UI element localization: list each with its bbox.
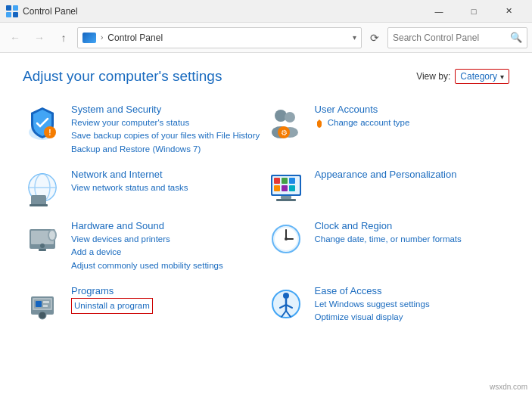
hardware-text: Hardware and Sound View devices and prin… xyxy=(71,219,266,272)
hardware-icon xyxy=(23,219,62,259)
category-hardware: Hardware and Sound View devices and prin… xyxy=(23,216,266,275)
main-content: Adjust your computer's settings View by:… xyxy=(0,53,532,394)
clock-icon xyxy=(266,219,306,259)
system-security-text: System and Security Review your computer… xyxy=(71,103,266,156)
appearance-icon xyxy=(266,168,306,207)
system-security-title[interactable]: System and Security xyxy=(71,103,266,116)
appearance-title[interactable]: Appearance and Personalization xyxy=(315,168,510,181)
system-security-link-2[interactable]: Save backup copies of your files with Fi… xyxy=(71,129,266,142)
category-label: Category xyxy=(460,71,497,82)
minimize-button[interactable]: — xyxy=(422,0,456,23)
svg-rect-25 xyxy=(282,185,288,191)
category-user-accounts: ⚙ User Accounts Change account type xyxy=(266,100,510,159)
svg-rect-1 xyxy=(13,5,18,11)
category-ease: Ease of Access Let Windows suggest setti… xyxy=(266,281,510,327)
ease-link-2[interactable]: Optimize visual display xyxy=(315,311,510,324)
svg-rect-32 xyxy=(39,249,46,251)
svg-rect-2 xyxy=(6,12,11,17)
close-button[interactable]: ✕ xyxy=(491,0,526,23)
user-accounts-title[interactable]: User Accounts xyxy=(315,103,510,116)
hardware-link-1[interactable]: View devices and printers xyxy=(71,233,266,246)
category-programs: Programs Uninstall a program xyxy=(23,281,266,327)
system-security-link-1[interactable]: Review your computer's status xyxy=(71,116,266,129)
svg-point-9 xyxy=(285,112,295,123)
content-header: Adjust your computer's settings View by:… xyxy=(23,68,509,85)
refresh-button[interactable]: ⟳ xyxy=(365,28,384,48)
ease-link-1[interactable]: Let Windows suggest settings xyxy=(315,298,510,311)
hardware-link-2[interactable]: Add a device xyxy=(71,246,266,259)
svg-rect-17 xyxy=(31,195,46,206)
ease-title[interactable]: Ease of Access xyxy=(315,284,510,298)
user-accounts-icon: ⚙ xyxy=(266,103,306,142)
svg-rect-21 xyxy=(274,178,280,184)
category-dropdown[interactable]: Category ▾ xyxy=(455,69,509,84)
view-by-control: View by: Category ▾ xyxy=(416,69,509,84)
system-security-icon: ! xyxy=(23,103,62,142)
svg-rect-27 xyxy=(281,196,291,199)
svg-rect-26 xyxy=(289,185,295,191)
user-accounts-text: User Accounts Change account type xyxy=(315,103,510,129)
view-by-label: View by: xyxy=(416,71,450,82)
window-title: Control Panel xyxy=(23,6,422,17)
programs-icon xyxy=(23,284,62,324)
ease-icon xyxy=(266,284,306,324)
category-system-security: ! System and Security Review your comput… xyxy=(23,100,266,159)
svg-text:!: ! xyxy=(48,129,51,137)
up-button[interactable]: ↑ xyxy=(53,27,74,48)
network-link-1[interactable]: View network status and tasks xyxy=(71,181,266,194)
window-controls: — □ ✕ xyxy=(422,0,526,23)
category-appearance: Appearance and Personalization xyxy=(266,165,510,210)
system-security-link-3[interactable]: Backup and Restore (Windows 7) xyxy=(71,143,266,156)
svg-point-39 xyxy=(285,237,288,240)
network-title[interactable]: Network and Internet xyxy=(71,168,266,181)
svg-rect-22 xyxy=(282,178,288,184)
svg-rect-24 xyxy=(274,185,280,191)
category-clock: Clock and Region Change date, time, or n… xyxy=(266,216,510,275)
appearance-text: Appearance and Personalization xyxy=(315,168,510,181)
watermark: wsxdn.com xyxy=(490,383,527,391)
programs-title[interactable]: Programs xyxy=(71,284,266,298)
address-chevron: › xyxy=(101,33,103,42)
page-title: Adjust your computer's settings xyxy=(23,68,222,85)
search-input[interactable] xyxy=(393,33,510,43)
back-button[interactable]: ← xyxy=(5,27,26,48)
title-bar: Control Panel — □ ✕ xyxy=(0,0,532,23)
address-bar: ← → ↑ › Control Panel ▾ ⟳ 🔍 xyxy=(0,23,532,53)
svg-rect-28 xyxy=(276,199,296,201)
address-text: Control Panel xyxy=(107,33,348,43)
forward-button[interactable]: → xyxy=(29,27,50,48)
category-network: Network and Internet View network status… xyxy=(23,165,266,210)
address-folder-icon xyxy=(82,33,96,43)
svg-rect-3 xyxy=(13,12,18,17)
hardware-link-3[interactable]: Adjust commonly used mobility settings xyxy=(71,259,266,272)
svg-rect-23 xyxy=(289,178,295,184)
network-text: Network and Internet View network status… xyxy=(71,168,266,194)
address-input[interactable]: › Control Panel ▾ xyxy=(77,27,362,48)
svg-point-48 xyxy=(283,293,289,299)
categories-grid: ! System and Security Review your comput… xyxy=(23,100,509,327)
hardware-title[interactable]: Hardware and Sound xyxy=(71,219,266,233)
svg-point-31 xyxy=(40,244,45,248)
search-box[interactable]: 🔍 xyxy=(387,27,527,48)
svg-rect-43 xyxy=(36,301,42,307)
svg-text:⚙: ⚙ xyxy=(280,129,287,137)
clock-title[interactable]: Clock and Region xyxy=(315,219,510,233)
network-icon xyxy=(23,168,62,207)
search-icon: 🔍 xyxy=(510,32,522,43)
programs-text: Programs Uninstall a program xyxy=(71,284,266,314)
maximize-button[interactable]: □ xyxy=(456,0,491,23)
clock-link-1[interactable]: Change date, time, or number formats xyxy=(315,233,510,246)
dropdown-arrow: ▾ xyxy=(500,73,504,81)
ease-text: Ease of Access Let Windows suggest setti… xyxy=(315,284,510,324)
svg-rect-18 xyxy=(30,204,48,206)
user-accounts-link-1[interactable]: Change account type xyxy=(315,116,510,129)
window-icon xyxy=(6,5,18,17)
programs-link-1[interactable]: Uninstall a program xyxy=(71,298,153,314)
clock-text: Clock and Region Change date, time, or n… xyxy=(315,219,510,246)
svg-point-34 xyxy=(49,231,55,240)
svg-rect-44 xyxy=(43,301,49,303)
svg-point-46 xyxy=(39,312,46,319)
address-dropdown-arrow[interactable]: ▾ xyxy=(353,33,356,42)
svg-rect-45 xyxy=(43,305,48,307)
svg-rect-0 xyxy=(6,5,11,11)
